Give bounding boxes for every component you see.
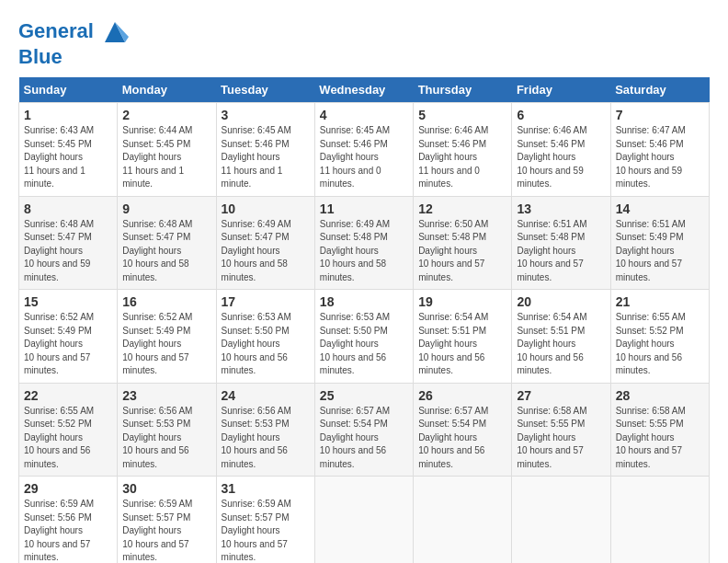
- calendar-cell: 27 Sunrise: 6:58 AM Sunset: 5:55 PM Dayl…: [512, 383, 610, 477]
- day-number: 30: [122, 481, 210, 496]
- day-number: 1: [24, 108, 112, 122]
- calendar-cell: 22 Sunrise: 6:55 AM Sunset: 5:52 PM Dayl…: [19, 383, 118, 477]
- day-detail: Sunrise: 6:48 AM Sunset: 5:47 PM Dayligh…: [122, 218, 210, 285]
- page-header: General Blue: [18, 18, 710, 68]
- calendar-cell: 28 Sunrise: 6:58 AM Sunset: 5:55 PM Dayl…: [610, 383, 709, 477]
- day-number: 18: [320, 294, 408, 309]
- day-detail: Sunrise: 6:55 AM Sunset: 5:52 PM Dayligh…: [616, 311, 704, 378]
- calendar-cell: 18 Sunrise: 6:53 AM Sunset: 5:50 PM Dayl…: [314, 290, 413, 384]
- calendar-week-3: 15 Sunrise: 6:52 AM Sunset: 5:49 PM Dayl…: [19, 290, 710, 384]
- day-number: 14: [616, 201, 704, 216]
- logo-text: General: [18, 18, 129, 46]
- day-detail: Sunrise: 6:52 AM Sunset: 5:49 PM Dayligh…: [24, 311, 112, 378]
- day-number: 22: [24, 388, 112, 403]
- day-detail: Sunrise: 6:53 AM Sunset: 5:50 PM Dayligh…: [222, 311, 310, 378]
- calendar-cell: 19 Sunrise: 6:54 AM Sunset: 5:51 PM Dayl…: [414, 290, 512, 384]
- calendar-cell: 9 Sunrise: 6:48 AM Sunset: 5:47 PM Dayli…: [118, 196, 216, 290]
- day-detail: Sunrise: 6:58 AM Sunset: 5:55 PM Dayligh…: [616, 405, 704, 472]
- day-number: 24: [222, 388, 310, 403]
- day-number: 9: [122, 201, 210, 216]
- day-number: 7: [616, 108, 704, 122]
- weekday-header-saturday: Saturday: [610, 77, 709, 103]
- day-detail: Sunrise: 6:45 AM Sunset: 5:46 PM Dayligh…: [320, 124, 408, 191]
- weekday-header-monday: Monday: [118, 77, 216, 103]
- weekday-header-tuesday: Tuesday: [216, 77, 314, 103]
- calendar-week-4: 22 Sunrise: 6:55 AM Sunset: 5:52 PM Dayl…: [19, 383, 710, 477]
- day-detail: Sunrise: 6:43 AM Sunset: 5:45 PM Dayligh…: [24, 124, 112, 191]
- day-detail: Sunrise: 6:54 AM Sunset: 5:51 PM Dayligh…: [517, 311, 605, 378]
- calendar-cell: [610, 477, 709, 563]
- day-detail: Sunrise: 6:59 AM Sunset: 5:57 PM Dayligh…: [222, 498, 310, 563]
- day-number: 5: [418, 108, 506, 122]
- day-detail: Sunrise: 6:46 AM Sunset: 5:46 PM Dayligh…: [517, 124, 605, 191]
- day-detail: Sunrise: 6:49 AM Sunset: 5:47 PM Dayligh…: [222, 218, 310, 285]
- weekday-header-wednesday: Wednesday: [314, 77, 413, 103]
- calendar-cell: 30 Sunrise: 6:59 AM Sunset: 5:57 PM Dayl…: [118, 477, 216, 563]
- calendar-cell: 17 Sunrise: 6:53 AM Sunset: 5:50 PM Dayl…: [216, 290, 314, 384]
- calendar-cell: 20 Sunrise: 6:54 AM Sunset: 5:51 PM Dayl…: [512, 290, 610, 384]
- day-detail: Sunrise: 6:51 AM Sunset: 5:48 PM Dayligh…: [517, 218, 605, 285]
- calendar-cell: 16 Sunrise: 6:52 AM Sunset: 5:49 PM Dayl…: [118, 290, 216, 384]
- logo: General Blue: [18, 18, 129, 68]
- day-number: 4: [320, 108, 408, 122]
- day-detail: Sunrise: 6:47 AM Sunset: 5:46 PM Dayligh…: [616, 124, 704, 191]
- day-detail: Sunrise: 6:44 AM Sunset: 5:45 PM Dayligh…: [122, 124, 210, 191]
- calendar-cell: 7 Sunrise: 6:47 AM Sunset: 5:46 PM Dayli…: [610, 103, 709, 197]
- day-detail: Sunrise: 6:54 AM Sunset: 5:51 PM Dayligh…: [418, 311, 506, 378]
- day-detail: Sunrise: 6:51 AM Sunset: 5:49 PM Dayligh…: [616, 218, 704, 285]
- calendar-cell: 24 Sunrise: 6:56 AM Sunset: 5:53 PM Dayl…: [216, 383, 314, 477]
- calendar-cell: 26 Sunrise: 6:57 AM Sunset: 5:54 PM Dayl…: [414, 383, 512, 477]
- day-number: 11: [320, 201, 408, 216]
- day-number: 2: [122, 108, 210, 122]
- calendar-cell: 15 Sunrise: 6:52 AM Sunset: 5:49 PM Dayl…: [19, 290, 118, 384]
- calendar-week-2: 8 Sunrise: 6:48 AM Sunset: 5:47 PM Dayli…: [19, 196, 710, 290]
- logo-blue: Blue: [18, 46, 129, 68]
- day-detail: Sunrise: 6:49 AM Sunset: 5:48 PM Dayligh…: [320, 218, 408, 285]
- calendar-cell: 8 Sunrise: 6:48 AM Sunset: 5:47 PM Dayli…: [19, 196, 118, 290]
- day-number: 12: [418, 201, 506, 216]
- weekday-header-thursday: Thursday: [414, 77, 512, 103]
- day-detail: Sunrise: 6:57 AM Sunset: 5:54 PM Dayligh…: [418, 405, 506, 472]
- calendar-cell: 31 Sunrise: 6:59 AM Sunset: 5:57 PM Dayl…: [216, 477, 314, 563]
- day-number: 16: [122, 294, 210, 309]
- calendar-cell: 5 Sunrise: 6:46 AM Sunset: 5:46 PM Dayli…: [414, 103, 512, 197]
- day-number: 19: [418, 294, 506, 309]
- weekday-header-sunday: Sunday: [19, 77, 118, 103]
- day-number: 17: [222, 294, 310, 309]
- day-number: 25: [320, 388, 408, 403]
- calendar-table: SundayMondayTuesdayWednesdayThursdayFrid…: [18, 77, 710, 563]
- day-number: 23: [122, 388, 210, 403]
- day-number: 28: [616, 388, 704, 403]
- day-number: 31: [222, 481, 310, 496]
- day-detail: Sunrise: 6:48 AM Sunset: 5:47 PM Dayligh…: [24, 218, 112, 285]
- calendar-cell: 1 Sunrise: 6:43 AM Sunset: 5:45 PM Dayli…: [19, 103, 118, 197]
- calendar-cell: 23 Sunrise: 6:56 AM Sunset: 5:53 PM Dayl…: [118, 383, 216, 477]
- logo-general: General: [18, 19, 94, 42]
- calendar-cell: 14 Sunrise: 6:51 AM Sunset: 5:49 PM Dayl…: [610, 196, 709, 290]
- weekday-header-friday: Friday: [512, 77, 610, 103]
- day-number: 8: [24, 201, 112, 216]
- day-detail: Sunrise: 6:53 AM Sunset: 5:50 PM Dayligh…: [320, 311, 408, 378]
- day-number: 29: [24, 481, 112, 496]
- calendar-cell: 12 Sunrise: 6:50 AM Sunset: 5:48 PM Dayl…: [414, 196, 512, 290]
- calendar-cell: [314, 477, 413, 563]
- weekday-header-row: SundayMondayTuesdayWednesdayThursdayFrid…: [19, 77, 710, 103]
- calendar-cell: 29 Sunrise: 6:59 AM Sunset: 5:56 PM Dayl…: [19, 477, 118, 563]
- day-number: 6: [517, 108, 605, 122]
- day-number: 10: [222, 201, 310, 216]
- day-detail: Sunrise: 6:56 AM Sunset: 5:53 PM Dayligh…: [222, 405, 310, 472]
- day-number: 20: [517, 294, 605, 309]
- day-detail: Sunrise: 6:50 AM Sunset: 5:48 PM Dayligh…: [418, 218, 506, 285]
- calendar-cell: [414, 477, 512, 563]
- calendar-cell: [512, 477, 610, 563]
- calendar-cell: 3 Sunrise: 6:45 AM Sunset: 5:46 PM Dayli…: [216, 103, 314, 197]
- calendar-cell: 11 Sunrise: 6:49 AM Sunset: 5:48 PM Dayl…: [314, 196, 413, 290]
- calendar-cell: 6 Sunrise: 6:46 AM Sunset: 5:46 PM Dayli…: [512, 103, 610, 197]
- day-detail: Sunrise: 6:46 AM Sunset: 5:46 PM Dayligh…: [418, 124, 506, 191]
- day-detail: Sunrise: 6:57 AM Sunset: 5:54 PM Dayligh…: [320, 405, 408, 472]
- calendar-cell: 10 Sunrise: 6:49 AM Sunset: 5:47 PM Dayl…: [216, 196, 314, 290]
- calendar-week-5: 29 Sunrise: 6:59 AM Sunset: 5:56 PM Dayl…: [19, 477, 710, 563]
- calendar-week-1: 1 Sunrise: 6:43 AM Sunset: 5:45 PM Dayli…: [19, 103, 710, 197]
- day-detail: Sunrise: 6:45 AM Sunset: 5:46 PM Dayligh…: [222, 124, 310, 191]
- day-number: 3: [222, 108, 310, 122]
